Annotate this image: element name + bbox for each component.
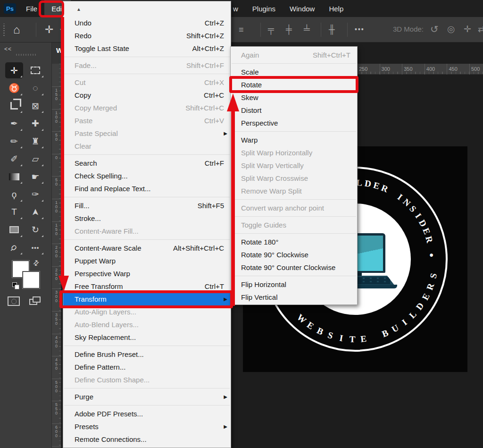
menubar-item-plugins[interactable]: Plugins — [245, 0, 283, 17]
more-options-icon[interactable]: ••• — [355, 26, 365, 33]
menu-item-search[interactable]: SearchCtrl+F — [63, 157, 231, 169]
submenu-item-scale[interactable]: Scale — [231, 66, 357, 78]
healing-brush-tool-icon[interactable]: ✚ — [26, 116, 44, 132]
submenu-item-flip-horizontal[interactable]: Flip Horizontal — [231, 278, 357, 291]
submenu-item-perspective[interactable]: Perspective — [231, 117, 357, 129]
menu-item-stroke[interactable]: Stroke... — [63, 212, 231, 225]
menu-item-define-pattern[interactable]: Define Pattern... — [63, 361, 231, 373]
edit-toolbar-button[interactable]: ••• — [26, 239, 44, 255]
move-tool-icon[interactable]: ✛ — [5, 62, 23, 78]
rectangle-tool-icon[interactable] — [5, 222, 23, 238]
menu-item-define-custom-shape[interactable]: Define Custom Shape... — [63, 373, 231, 386]
collapse-panel-button[interactable]: << — [4, 46, 12, 52]
submenu-item-distort[interactable]: Distort — [231, 104, 357, 117]
submenu-item-rotate-180[interactable]: Rotate 180° — [231, 236, 357, 248]
menubar-item-help[interactable]: Help — [322, 0, 350, 17]
menu-item-purge[interactable]: Purge▶ — [63, 390, 231, 403]
screen-mode-button[interactable] — [29, 296, 42, 306]
history-brush-tool-icon[interactable]: ✐ — [5, 151, 23, 167]
menu-separator — [232, 63, 356, 64]
home-icon[interactable]: ⌂ — [13, 24, 20, 35]
align-bottom-edges-icon[interactable]: ╧ — [304, 25, 310, 34]
menu-item-content-aware-fill[interactable]: Content-Aware Fill... — [63, 225, 231, 237]
gradient-tool-icon[interactable] — [5, 169, 23, 185]
menu-item-fade[interactable]: Fade...Shift+Ctrl+F — [63, 59, 231, 72]
menu-item-undo[interactable]: UndoCtrl+Z — [63, 17, 231, 29]
rectangular-marquee-tool-icon[interactable] — [26, 62, 44, 78]
menu-item-cut[interactable]: CutCtrl+X — [63, 76, 231, 89]
submenu-item-rotate-90-clockwise[interactable]: Rotate 90° Clockwise — [231, 248, 357, 261]
menu-scroll-up-icon[interactable]: ▲ — [76, 7, 81, 12]
3d-orbit-icon[interactable]: ↺ — [430, 24, 439, 34]
submenu-item-split-warp-vertically[interactable]: Split Warp Vertically — [231, 159, 357, 172]
lasso-tool-icon[interactable]: ♉ — [5, 80, 23, 96]
menu-item-content-aware-scale[interactable]: Content-Aware ScaleAlt+Shift+Ctrl+C — [63, 242, 231, 254]
submenu-item-split-warp-horizontally[interactable]: Split Warp Horizontally — [231, 146, 357, 159]
menu-item-perspective-warp[interactable]: Perspective Warp — [63, 267, 231, 280]
options-bar-grip[interactable] — [3, 24, 5, 36]
dodge-tool-icon[interactable]: ϙ — [5, 186, 23, 203]
menubar-item-file[interactable]: File — [19, 0, 44, 17]
default-colors-icon[interactable] — [12, 282, 20, 290]
menu-item-remote-connections[interactable]: Remote Connections... — [63, 433, 231, 446]
menu-item-find-and-replace-text[interactable]: Find and Replace Text... — [63, 182, 231, 195]
crop-tool-icon[interactable] — [5, 98, 23, 114]
menu-item-check-spelling[interactable]: Check Spelling... — [63, 169, 231, 182]
eyedropper-tool-icon[interactable]: ✒ — [5, 116, 23, 132]
3d-roll-icon[interactable]: ◎ — [447, 25, 455, 34]
path-selection-tool-icon[interactable]: ➤ — [26, 204, 44, 220]
align-vertical-centers-icon[interactable]: ╪ — [286, 25, 292, 34]
menu-item-paste-special[interactable]: Paste Special▶ — [63, 127, 231, 140]
background-color-swatch[interactable] — [23, 271, 40, 288]
ruler-label: 150 — [54, 88, 58, 101]
menu-item-free-transform[interactable]: Free TransformCtrl+T — [63, 280, 231, 293]
type-tool-icon[interactable]: T — [5, 204, 23, 220]
3d-pan-icon[interactable]: ✛ — [464, 25, 471, 34]
menu-item-define-brush-preset[interactable]: Define Brush Preset... — [63, 348, 231, 361]
submenu-item-flip-vertical[interactable]: Flip Vertical — [231, 291, 357, 304]
menu-item-adobe-pdf-presets[interactable]: Adobe PDF Presets... — [63, 407, 231, 420]
eraser-tool-icon[interactable]: ▱ — [26, 151, 44, 167]
pencil-tool-icon[interactable]: ✏ — [5, 133, 23, 149]
align-top-edges-icon[interactable]: ╤ — [268, 25, 274, 34]
submenu-item-again[interactable]: AgainShift+Ctrl+T — [231, 49, 357, 61]
swap-colors-icon[interactable]: ⇄ — [31, 258, 41, 268]
submenu-item-toggle-guides[interactable]: Toggle Guides — [231, 219, 357, 231]
panel-grip[interactable] — [16, 54, 37, 56]
ruler-label: 200 — [54, 245, 58, 258]
menubar-item-window[interactable]: Window — [283, 0, 322, 17]
menu-item-transform[interactable]: Transform▶ — [63, 293, 231, 305]
submenu-item-rotate-90-counter-clockwise[interactable]: Rotate 90° Counter Clockwise — [231, 261, 357, 274]
menu-item-toggle-last-state[interactable]: Toggle Last StateAlt+Ctrl+Z — [63, 42, 231, 55]
pen-tool-icon[interactable]: ✑ — [26, 186, 44, 203]
menu-item-clear[interactable]: Clear — [63, 140, 231, 152]
menu-item-paste[interactable]: PasteCtrl+V — [63, 114, 231, 127]
submenu-item-remove-warp-split[interactable]: Remove Warp Split — [231, 185, 357, 197]
submenu-item-split-warp-crosswise[interactable]: Split Warp Crosswise — [231, 172, 357, 185]
menu-item-puppet-warp[interactable]: Puppet Warp — [63, 254, 231, 267]
menu-item-fill[interactable]: Fill...Shift+F5 — [63, 199, 231, 212]
smudge-tool-icon[interactable]: ☛ — [26, 169, 44, 185]
zoom-tool-icon[interactable]: ϙ — [5, 239, 23, 255]
object-selection-tool-icon[interactable]: ◌ — [26, 80, 44, 96]
menu-item-sky-replacement[interactable]: Sky Replacement... — [63, 331, 231, 344]
clone-stamp-tool-icon[interactable]: ♜ — [26, 133, 44, 149]
submenu-item-skew[interactable]: Skew — [231, 91, 357, 104]
menu-item-copy[interactable]: CopyCtrl+C — [63, 89, 231, 101]
quick-mask-button[interactable] — [8, 296, 20, 306]
distribute-horizontally-icon[interactable]: ╫ — [329, 25, 335, 34]
align-distribute-icon[interactable]: ≡ — [239, 25, 244, 34]
move-tool-icon[interactable]: ✛ — [45, 25, 53, 35]
menu-item-auto-blend-layers[interactable]: Auto-Blend Layers... — [63, 318, 231, 331]
submenu-item-rotate[interactable]: Rotate — [231, 78, 357, 91]
menu-item-presets[interactable]: Presets▶ — [63, 420, 231, 433]
menu-item-redo[interactable]: RedoShift+Ctrl+Z — [63, 29, 231, 42]
vertical-ruler: 1501005005010015020025030035040045050055… — [52, 64, 61, 448]
frame-tool-icon[interactable]: ⊠ — [26, 98, 44, 114]
rotate-view-tool-icon[interactable]: ↻ — [26, 222, 44, 238]
menu-item-copy-merged[interactable]: Copy MergedShift+Ctrl+C — [63, 101, 231, 114]
3d-slide-icon[interactable]: ⇄ — [478, 25, 483, 34]
submenu-item-warp[interactable]: Warp — [231, 134, 357, 146]
menu-item-auto-align-layers[interactable]: Auto-Align Layers... — [63, 305, 231, 318]
submenu-item-convert-warp-anchor-point[interactable]: Convert warp anchor point — [231, 202, 357, 214]
